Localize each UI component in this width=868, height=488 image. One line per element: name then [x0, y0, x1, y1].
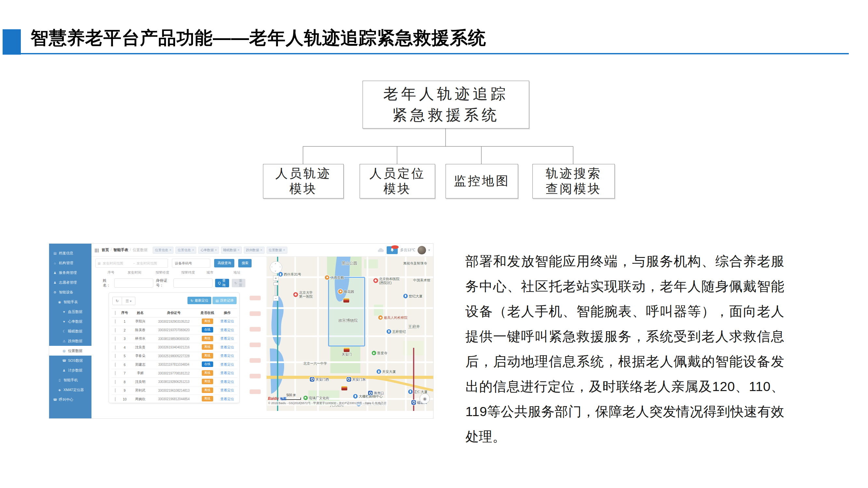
sidebar-menu: ▤档案信息⌂机构管理♟服务商管理♟志愿者管理⚙智能设备◉智能手表♥血压数据♥心率… — [49, 244, 91, 404]
row-checkbox[interactable] — [115, 371, 116, 375]
tab-chip-睡眠数据[interactable]: 睡眠数据× — [221, 247, 242, 254]
sidebar-item-位置数据[interactable]: ◎位置数据 — [49, 346, 91, 356]
table-row: 5李春朵330325198005227228离线查看定位 — [112, 352, 237, 361]
select-all-checkbox[interactable] — [115, 311, 116, 315]
view-position-link[interactable]: 查看定位 — [220, 354, 234, 358]
row-checkbox[interactable] — [115, 388, 116, 392]
breadcrumb-watch[interactable]: 智能手表 — [113, 248, 128, 253]
sidebar-item-智能手表[interactable]: ◉智能手表 — [49, 297, 91, 307]
device-serial-input[interactable] — [172, 259, 210, 268]
name-input[interactable] — [114, 279, 153, 288]
tab-chip-心率数据[interactable]: 心率数据× — [198, 247, 219, 254]
view-position-link[interactable]: 查看定位 — [220, 336, 234, 340]
breadcrumb-home[interactable]: 首页 — [101, 248, 109, 253]
sidebar-item-XMAT定位器[interactable]: ◈XMAT定位器 — [49, 385, 91, 395]
sidebar-item-呼叫中心[interactable]: ☎呼叫中心 — [49, 395, 91, 404]
panorama-control[interactable]: ◉ — [420, 393, 430, 404]
row-checkbox[interactable] — [115, 397, 116, 401]
date-range-input[interactable]: ▦ - — [95, 259, 168, 268]
sidebar-item-智能手机[interactable]: ▯智能手机 — [49, 375, 91, 385]
id-number-input[interactable] — [174, 279, 213, 288]
calendar-icon: ▦ — [98, 262, 100, 265]
row-checkbox[interactable] — [115, 380, 116, 384]
id-number: 330381192806251213 — [150, 380, 197, 384]
query-button[interactable]: Q 查询 — [215, 279, 229, 287]
view-position-link[interactable]: 查看定位 — [220, 328, 234, 332]
monitor-map[interactable]: 景山公园嵩祝寺及智珠寺中国美术馆大高玄殿西什库31号+北京大学 第一医院御花园+… — [267, 257, 433, 411]
view-position-link[interactable]: 查看定位 — [220, 345, 234, 349]
reset-button[interactable]: ↻ 重置 — [232, 279, 245, 287]
sidebar-collapse-icon[interactable]: ||| — [95, 248, 99, 253]
row-checkbox[interactable] — [115, 346, 116, 349]
search-button[interactable]: 搜索 — [238, 259, 252, 267]
zoom-slider-handle[interactable] — [273, 282, 278, 285]
sidebar-item-label: 智能手机 — [63, 378, 78, 383]
close-icon[interactable]: × — [169, 248, 171, 252]
sidebar-item-跌倒数据[interactable]: ⚠跌倒数据 — [49, 336, 91, 346]
bg-column-header: 报警纬度 — [176, 270, 201, 275]
map-poi: 天安门东 — [347, 377, 366, 382]
column-filter-dropdown[interactable]: ☰ ▾ — [122, 297, 135, 305]
map-poi-label: 景山公园 — [341, 261, 357, 266]
zoom-in-button[interactable]: + — [273, 275, 279, 281]
sidebar-item-服务商管理[interactable]: ♟服务商管理 — [49, 268, 91, 278]
map-pan-control[interactable]: ˄ ˅ ‹ › — [270, 261, 282, 273]
date-to-input[interactable] — [136, 261, 166, 265]
row-checkbox[interactable] — [115, 354, 116, 358]
view-position-link[interactable]: 查看定位 — [220, 362, 234, 366]
zoom-slider-track[interactable] — [275, 281, 277, 296]
chevron-down-icon[interactable]: ▾ — [428, 248, 430, 252]
breadcrumb: 首页 / 智能手表 / 位置数据 — [101, 248, 148, 253]
background-status-badge — [250, 358, 261, 363]
row-number: 2 — [119, 328, 130, 332]
tab-chip-位置数据[interactable]: 位置数据× — [267, 247, 287, 254]
weather-text: 多云13℃ — [400, 248, 415, 253]
notification-bell-button[interactable] — [386, 246, 398, 254]
advanced-query-button[interactable]: 高级查询 — [214, 259, 234, 267]
latest-position-button[interactable]: ↻ 最新定位 — [187, 297, 211, 304]
sidebar-item-智能设备[interactable]: ⚙智能设备 — [49, 287, 91, 297]
refresh-button[interactable]: ↻ — [112, 297, 122, 305]
row-checkbox[interactable] — [115, 320, 116, 323]
close-icon[interactable]: × — [283, 248, 285, 252]
sidebar-item-机构管理[interactable]: ⌂机构管理 — [49, 258, 91, 268]
tab-chip-位置信息[interactable]: 位置信息× — [153, 247, 174, 254]
view-position-link[interactable]: 查看定位 — [220, 371, 234, 375]
view-position-link[interactable]: 查看定位 — [220, 388, 234, 392]
sidebar-item-计步数据[interactable]: ♟计步数据 — [49, 365, 91, 375]
row-checkbox[interactable] — [115, 363, 116, 367]
sidebar-item-睡眠数据[interactable]: ☾睡眠数据 — [49, 326, 91, 336]
close-icon[interactable]: × — [238, 248, 240, 252]
tab-chip-跌倒数据[interactable]: 跌倒数据× — [244, 247, 265, 254]
sidebar-item-血压数据[interactable]: ♥血压数据 — [49, 307, 91, 317]
sidebar-item-志愿者管理[interactable]: ♟志愿者管理 — [49, 278, 91, 287]
status-badge: 离线 — [202, 353, 213, 359]
sidebar-item-心率数据[interactable]: ♥心率数据 — [49, 317, 91, 326]
sidebar-item-SOS数据[interactable]: ☎SOS数据 — [49, 356, 91, 365]
map-poi: 珠市口 — [368, 391, 384, 395]
tab-chip-位置信息[interactable]: 位置信息× — [176, 247, 196, 254]
status-badge: 离线 — [202, 370, 213, 376]
building-marker-icon — [408, 389, 413, 394]
date-separator: - — [133, 261, 134, 265]
date-from-input[interactable] — [102, 261, 132, 265]
view-position-link[interactable]: 查看定位 — [220, 397, 234, 401]
history-records-button[interactable]: ▤ 历史记录 — [213, 297, 237, 304]
row-checkbox[interactable] — [115, 328, 116, 332]
id-number: 330325198005227228 — [150, 354, 197, 358]
bg-column-header: 报警经度 — [149, 270, 176, 275]
map-zoom-control[interactable]: + − — [273, 275, 279, 301]
close-icon[interactable]: × — [260, 248, 262, 252]
page-title: 智慧养老平台产品功能——老年人轨迹追踪紧急救援系统 — [31, 26, 486, 50]
view-position-link[interactable]: 查看定位 — [220, 319, 234, 323]
zoom-out-button[interactable]: − — [273, 296, 279, 301]
close-icon[interactable]: × — [215, 248, 217, 252]
row-checkbox[interactable] — [115, 337, 116, 340]
view-position-link[interactable]: 查看定位 — [220, 380, 234, 384]
app-content: ▦ - 高级查询 搜索 序号发生时间报警经度报警纬度城市地址 姓名： 身份证号： — [91, 257, 267, 418]
close-icon[interactable]: × — [192, 248, 194, 252]
table-row: 10周婉欣330302196812044854离线查看定位 — [112, 395, 237, 404]
avatar[interactable] — [417, 246, 426, 254]
column-header: 操作 — [217, 311, 237, 315]
sidebar-item-档案信息[interactable]: ▤档案信息 — [49, 248, 91, 258]
